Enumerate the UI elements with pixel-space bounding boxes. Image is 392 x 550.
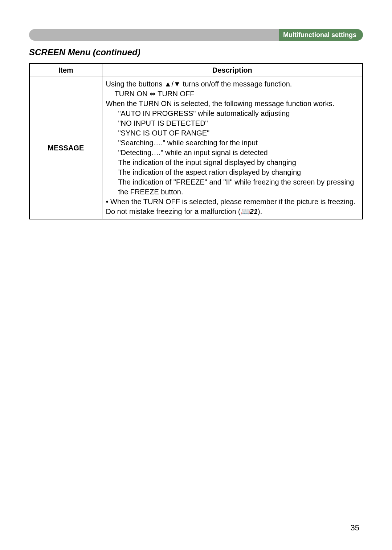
desc-line-4: "AUTO IN PROGRESS" while automatically a…	[106, 109, 359, 118]
up-down-arrows-icon: ▲/▼	[164, 80, 181, 88]
desc-line-6: "SYNC IS OUT OF RANGE"	[106, 128, 359, 138]
section-title: SCREEN Menu (continued)	[29, 47, 363, 57]
desc-line-12: • When the TURN OFF is selected, please …	[106, 197, 359, 217]
desc-line-10: The indication of the aspect ration disp…	[106, 167, 359, 177]
cell-description: Using the buttons ▲/▼ turns on/off the m…	[102, 77, 363, 219]
desc-text: TURN ON	[115, 90, 150, 98]
desc-text: TURN OFF	[156, 90, 194, 98]
desc-text: • When the TURN OFF is selected, please …	[106, 198, 356, 215]
menu-table: Item Description MESSAGE Using the butto…	[29, 63, 363, 219]
desc-line-11: The indication of "FREEZE" and "II" whil…	[106, 177, 359, 197]
header-bar: Multifunctional settings	[29, 29, 363, 41]
desc-line-7: "Searching…." while searching for the in…	[106, 138, 359, 148]
desc-line-9: The indication of the input signal displ…	[106, 158, 359, 167]
desc-text: ).	[258, 207, 262, 215]
table-row: MESSAGE Using the buttons ▲/▼ turns on/o…	[29, 77, 363, 219]
th-description: Description	[102, 64, 363, 77]
desc-line-5: "NO INPUT IS DETECTED"	[106, 118, 359, 128]
desc-line-3: When the TURN ON is selected, the follow…	[106, 99, 359, 109]
book-ref-icon: 📖21	[241, 207, 258, 215]
header-section-label: Multifunctional settings	[279, 29, 363, 41]
desc-line-8: "Detecting…." while an input signal is d…	[106, 148, 359, 158]
table-header-row: Item Description	[29, 64, 363, 77]
header-bar-spacer	[29, 29, 279, 41]
page-number: 35	[351, 523, 359, 533]
desc-line-2: TURN ON ⇔ TURN OFF	[106, 89, 359, 99]
desc-text: turns on/off the message function.	[181, 80, 292, 88]
desc-line-1: Using the buttons ▲/▼ turns on/off the m…	[106, 79, 359, 89]
cell-item: MESSAGE	[29, 77, 102, 219]
desc-text: Using the buttons	[106, 80, 164, 88]
th-item: Item	[29, 64, 102, 77]
double-arrow-icon: ⇔	[150, 90, 156, 98]
